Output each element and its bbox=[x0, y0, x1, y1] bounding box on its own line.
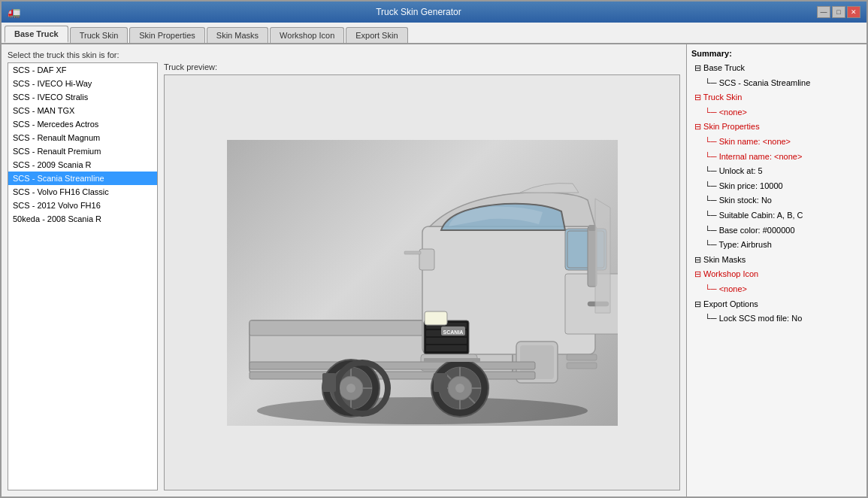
truck-list[interactable]: SCS - DAF XFSCS - IVECO Hi-WaySCS - IVEC… bbox=[8, 62, 158, 490]
tree-text-8: └─ Skin price: 10000 bbox=[705, 180, 783, 193]
svg-point-39 bbox=[346, 384, 355, 393]
tree-item-4[interactable]: ⊟ Skin Properties bbox=[691, 120, 862, 135]
summary-panel: Summary: ⊟ Base Truck└─ SCS - Scania Str… bbox=[686, 44, 866, 496]
tree-text-5: └─ Skin name: <none> bbox=[705, 135, 791, 149]
main-panel: Select the truck this skin is for: SCS -… bbox=[2, 44, 686, 496]
tab-base-truck[interactable]: Base Truck bbox=[5, 26, 68, 43]
truck-list-item-man-tgx[interactable]: SCS - MAN TGX bbox=[8, 104, 157, 117]
preview-panel: Truck preview: bbox=[164, 62, 680, 490]
tree-item-15: └─ <none> bbox=[691, 282, 862, 297]
truck-list-item-scania-r-2008[interactable]: 50keda - 2008 Scania R bbox=[8, 212, 157, 226]
svg-rect-19 bbox=[567, 363, 597, 369]
tree-item-8: └─ Skin price: 10000 bbox=[691, 179, 862, 194]
truck-list-item-volvo-fh16-classic[interactable]: SCS - Volvo FH16 Classic bbox=[8, 185, 157, 199]
select-label: Select the truck this skin is for: bbox=[8, 50, 680, 59]
tree-item-17: └─ Lock SCS mod file: No bbox=[691, 311, 862, 326]
truck-list-item-volvo-fh16-2012[interactable]: SCS - 2012 Volvo FH16 bbox=[8, 199, 157, 212]
svg-rect-18 bbox=[567, 354, 597, 360]
tree-text-12: └─ Type: Airbrush bbox=[705, 238, 772, 252]
svg-rect-48 bbox=[404, 251, 421, 254]
truck-list-item-scania-streamline[interactable]: SCS - Scania Streamline bbox=[8, 172, 157, 185]
tree-item-5: └─ Skin name: <none> bbox=[691, 135, 862, 150]
tree-text-4: ⊟ Skin Properties bbox=[694, 120, 760, 134]
tree-item-7: └─ Unlock at: 5 bbox=[691, 164, 862, 179]
tree-text-15: └─ <none> bbox=[705, 283, 747, 296]
svg-rect-25 bbox=[250, 372, 535, 379]
summary-title: Summary: bbox=[691, 49, 862, 58]
close-button[interactable]: ✕ bbox=[847, 6, 860, 18]
tabs-bar: Base TruckTruck SkinSkin PropertiesSkin … bbox=[2, 23, 866, 44]
left-right-container: SCS - DAF XFSCS - IVECO Hi-WaySCS - IVEC… bbox=[8, 62, 680, 490]
truck-list-item-renault-premium[interactable]: SCS - Renault Premium bbox=[8, 144, 157, 158]
tree-text-14: ⊟ Workshop Icon bbox=[694, 268, 758, 281]
window-controls: — □ ✕ bbox=[817, 6, 860, 18]
tree-container: ⊟ Base Truck└─ SCS - Scania Streamline⊟ … bbox=[691, 61, 862, 326]
truck-list-item-scania-r-2009[interactable]: SCS - 2009 Scania R bbox=[8, 158, 157, 172]
svg-rect-46 bbox=[322, 373, 336, 392]
tree-item-1: └─ SCS - Scania Streamline bbox=[691, 76, 862, 91]
preview-image-area: SCANIA bbox=[164, 74, 680, 490]
tree-text-16: ⊟ Export Options bbox=[694, 298, 758, 311]
svg-rect-49 bbox=[424, 358, 480, 362]
tree-item-9: └─ Skin stock: No bbox=[691, 193, 862, 208]
tree-text-11: └─ Base color: #000000 bbox=[705, 224, 795, 238]
tab-skin-masks[interactable]: Skin Masks bbox=[207, 27, 268, 43]
tree-item-12: └─ Type: Airbrush bbox=[691, 238, 862, 253]
main-window: 🚛 Truck Skin Generator — □ ✕ Base TruckT… bbox=[0, 0, 868, 498]
tab-truck-skin[interactable]: Truck Skin bbox=[70, 27, 129, 43]
truck-list-item-mercedes-actros[interactable]: SCS - Mercedes Actros bbox=[8, 117, 157, 131]
tab-skin-properties[interactable]: Skin Properties bbox=[129, 27, 205, 43]
svg-rect-47 bbox=[419, 249, 434, 270]
window-title: Truck Skin Generator bbox=[20, 7, 817, 17]
tree-text-13: ⊟ Skin Masks bbox=[694, 254, 746, 267]
minimize-button[interactable]: — bbox=[817, 6, 830, 18]
tree-item-14[interactable]: ⊟ Workshop Icon bbox=[691, 267, 862, 282]
tab-export-skin[interactable]: Export Skin bbox=[346, 27, 407, 43]
tree-item-3: └─ <none> bbox=[691, 105, 862, 120]
preview-label: Truck preview: bbox=[164, 62, 680, 71]
svg-rect-11 bbox=[426, 338, 467, 344]
svg-point-0 bbox=[257, 397, 588, 424]
tree-text-7: └─ Unlock at: 5 bbox=[705, 165, 763, 178]
tree-item-2[interactable]: ⊟ Truck Skin bbox=[691, 90, 862, 105]
truck-list-item-renault-magnum[interactable]: SCS - Renault Magnum bbox=[8, 131, 157, 144]
tree-text-10: └─ Suitable Cabin: A, B, C bbox=[705, 209, 803, 223]
tree-text-3: └─ <none> bbox=[705, 106, 747, 120]
truck-list-item-iveco-stralis[interactable]: SCS - IVECO Stralis bbox=[8, 90, 157, 104]
tree-text-2: ⊟ Truck Skin bbox=[694, 91, 742, 105]
svg-text:SCANIA: SCANIA bbox=[443, 329, 463, 335]
tree-text-9: └─ Skin stock: No bbox=[705, 194, 772, 208]
tree-text-6: └─ Internal name: <none> bbox=[705, 150, 802, 164]
tab-workshop-icon[interactable]: Workshop Icon bbox=[270, 27, 344, 43]
svg-rect-12 bbox=[426, 345, 467, 351]
tree-item-13[interactable]: ⊟ Skin Masks bbox=[691, 253, 862, 268]
app-icon: 🚛 bbox=[8, 6, 20, 18]
truck-list-item-iveco-hiway[interactable]: SCS - IVECO Hi-Way bbox=[8, 77, 157, 90]
tree-item-16[interactable]: ⊟ Export Options bbox=[691, 297, 862, 312]
svg-point-29 bbox=[455, 384, 464, 393]
tree-item-10: └─ Suitable Cabin: A, B, C bbox=[691, 208, 862, 223]
truck-list-item-daf-xf[interactable]: SCS - DAF XF bbox=[8, 63, 157, 77]
maximize-button[interactable]: □ bbox=[832, 6, 845, 18]
tree-text-1: └─ SCS - Scania Streamline bbox=[705, 77, 810, 90]
content-area: Select the truck this skin is for: SCS -… bbox=[2, 44, 866, 496]
svg-rect-45 bbox=[434, 373, 447, 392]
title-bar: 🚛 Truck Skin Generator — □ ✕ bbox=[2, 2, 866, 23]
svg-rect-15 bbox=[425, 312, 446, 324]
truck-svg: SCANIA bbox=[165, 75, 679, 490]
svg-rect-24 bbox=[250, 362, 535, 369]
tree-item-11: └─ Base color: #000000 bbox=[691, 223, 862, 238]
tree-text-17: └─ Lock SCS mod file: No bbox=[705, 312, 802, 326]
tree-text-0: ⊟ Base Truck bbox=[694, 62, 745, 75]
tree-item-0[interactable]: ⊟ Base Truck bbox=[691, 61, 862, 76]
tree-item-6: └─ Internal name: <none> bbox=[691, 150, 862, 165]
